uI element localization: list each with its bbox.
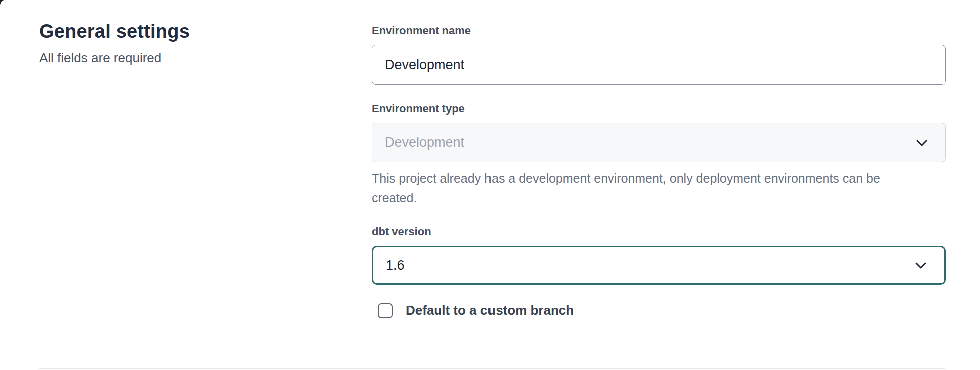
environment-name-label: Environment name (372, 24, 946, 38)
custom-branch-row: Default to a custom branch (378, 303, 946, 318)
environment-type-select[interactable]: Development (372, 123, 946, 162)
page-subtitle: All fields are required (39, 50, 372, 66)
environment-type-value: Development (385, 135, 464, 150)
settings-form: Environment name Environment type Develo… (372, 20, 946, 318)
chevron-down-icon (915, 136, 928, 150)
custom-branch-checkbox[interactable] (378, 304, 393, 318)
environment-type-label: Environment type (372, 102, 946, 116)
page-title: General settings (39, 20, 372, 44)
general-settings-section: General settings All fields are required… (0, 0, 980, 318)
chevron-down-icon (914, 259, 927, 272)
section-divider (39, 368, 945, 370)
custom-branch-label[interactable]: Default to a custom branch (406, 303, 574, 318)
dbt-version-label: dbt version (372, 225, 946, 239)
environment-name-input[interactable] (372, 45, 946, 85)
environment-type-helper: This project already has a development e… (372, 169, 917, 208)
dbt-version-select[interactable]: 1.6 (372, 246, 946, 285)
section-intro: General settings All fields are required (39, 20, 372, 318)
settings-panel: General settings All fields are required… (0, 0, 980, 370)
dbt-version-value: 1.6 (386, 258, 405, 274)
